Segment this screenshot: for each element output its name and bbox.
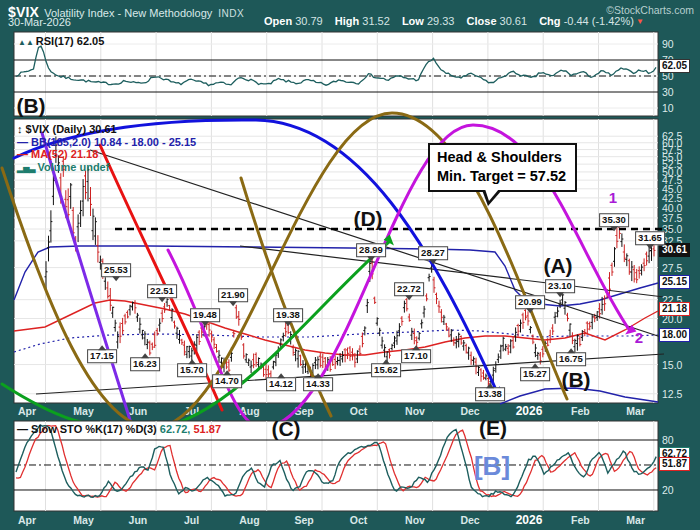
price-label-17.10: 17.10 (401, 349, 431, 363)
head-shoulders-callout: Head & Shoulders Min. Target = 57.52 (428, 143, 577, 192)
down-triangle-icon: ▼ (636, 17, 644, 26)
month-label-upper: Nov (405, 405, 425, 417)
sto-k-value: 62.72, (160, 423, 191, 435)
price-label-23.10: 23.10 (545, 279, 575, 293)
month-label-lower: Jul (184, 514, 199, 526)
price-label-19.38: 19.38 (273, 308, 303, 322)
chg-label: Chg (539, 15, 560, 27)
wave-label-D: (D) (353, 207, 382, 231)
main-legend-volume: ▂▅▃Volume undef (17, 161, 196, 176)
price-axis-box-25.15: 25.15 (659, 275, 690, 289)
month-label-upper: Oct (350, 405, 368, 417)
price-axis-box-30.61: 30.61 (659, 243, 690, 257)
exchange: INDX (218, 8, 244, 19)
open-label: Open (264, 15, 292, 27)
price-label-14.70: 14.70 (212, 374, 242, 388)
close-label: Close (467, 15, 497, 27)
updown-arrow-icon: ↕ (17, 123, 23, 135)
rsi-axis-tick: 90 (662, 38, 674, 50)
month-label-lower: Oct (350, 514, 368, 526)
chart-date: 30-Mar-2026 (8, 16, 71, 28)
month-label-lower: Jun (129, 514, 148, 526)
main-legend: ↕ $VIX (Daily) 30.61 — BB(185,2.0) 10.84… (17, 123, 196, 175)
price-axis-tick: 12.5 (662, 388, 682, 400)
rsi-panel (14, 32, 658, 116)
month-label-upper: Mar (626, 405, 645, 417)
price-label-20.99: 20.99 (515, 295, 545, 309)
wave-label-B: (B) (16, 94, 45, 118)
stockcharts-vix-chart: AprMayJunJulAugSepOctNovDec2026FebMarApr… (0, 0, 700, 530)
price-label-25.53: 25.53 (101, 263, 131, 277)
price-axis-tick: 27.5 (662, 262, 682, 274)
price-label-14.33: 14.33 (303, 377, 333, 391)
month-label-lower: Feb (571, 514, 590, 526)
price-label-15.27: 15.27 (520, 367, 550, 381)
cycle-label-2: 2 (635, 329, 643, 346)
cycle-label-1: 1 (609, 189, 617, 206)
sto-legend: — Slow STO %K(17) %D(3) 62.72, 51.87 (17, 423, 221, 436)
price-label-22.72: 22.72 (394, 282, 424, 296)
month-label-lower: Aug (239, 514, 259, 526)
wave-label-C: (C) (271, 417, 300, 441)
sto-d-box: 51.87 (659, 457, 690, 471)
price-label-13.38: 13.38 (475, 387, 505, 401)
price-label-22.51: 22.51 (147, 284, 177, 298)
month-label-lower: Mar (626, 514, 645, 526)
rsi-axis-tick: 30 (662, 86, 674, 98)
chart-header: $VIXVolatility Index - New MethodologyIN… (0, 0, 700, 29)
sto-d-value: 51.87 (194, 423, 222, 435)
month-label-upper: Apr (18, 405, 36, 417)
month-label-upper: Dec (460, 405, 479, 417)
price-axis-box-21.18: 21.18 (659, 302, 690, 316)
price-label-35.30: 35.30 (599, 213, 629, 227)
month-label-upper: May (73, 405, 94, 417)
callout-line2: Min. Target = 57.52 (437, 167, 566, 186)
price-label-15.62: 15.62 (371, 363, 401, 377)
callout-line1: Head & Shoulders (437, 148, 566, 167)
main-legend-bb: — BB(185,2.0) 10.84 - 18.00 - 25.15 (17, 136, 196, 149)
high-value: 31.52 (362, 15, 390, 27)
month-label-lower: May (73, 514, 94, 526)
main-legend-symbol: ↕ $VIX (Daily) 30.61 (17, 123, 196, 136)
wave-label-B: (B) (561, 368, 590, 392)
rsi-mountain-icon: ▲▲ (18, 38, 34, 47)
price-label-31.65: 31.65 (635, 231, 665, 245)
price-axis-tick: 35.0 (662, 223, 682, 235)
open-value: 30.79 (295, 15, 323, 27)
month-label-lower: 2026 (516, 513, 543, 527)
price-label-16.75: 16.75 (556, 352, 586, 366)
wave-label-A: (A) (543, 254, 572, 278)
price-label-16.23: 16.23 (130, 357, 160, 371)
sto-axis-tick: 20 (662, 484, 674, 496)
price-label-28.27: 28.27 (418, 246, 448, 260)
rsi-axis-tick: 10 (662, 102, 674, 114)
sto-axis-tick: 80 (662, 434, 674, 446)
close-value: 30.61 (500, 15, 528, 27)
rsi-legend: ▲▲RSI(17) 62.05 (18, 35, 104, 50)
month-label-upper: Jun (129, 405, 148, 417)
price-label-17.15: 17.15 (87, 349, 117, 363)
volume-bars-icon: ▂▅▃ (17, 164, 35, 173)
rsi-value-box: 62.05 (659, 59, 690, 73)
price-label-19.48: 19.48 (190, 308, 220, 322)
month-label-lower: Dec (460, 514, 479, 526)
wave-label-E: (E) (479, 416, 507, 440)
month-label-upper: 2026 (516, 404, 543, 418)
low-value: 29.33 (427, 15, 455, 27)
price-axis-tick: 15.0 (662, 359, 682, 371)
price-label-21.90: 21.90 (218, 288, 248, 302)
low-label: Low (402, 15, 424, 27)
month-label-upper: Feb (571, 405, 590, 417)
blue-wave-label-B: [B] (474, 451, 510, 482)
main-legend-ma: — MA(52) 21.18 (17, 148, 196, 161)
price-label-15.70: 15.70 (177, 363, 207, 377)
quote-strip: Open 30.79 High 31.52 Low 29.33 Close 30… (255, 15, 644, 27)
month-label-lower: Nov (405, 514, 425, 526)
price-axis-box-18.00: 18.00 (659, 328, 690, 342)
month-label-lower: Sep (295, 514, 314, 526)
high-label: High (335, 15, 359, 27)
chg-value: -0.44 (-1.42%) (564, 15, 634, 27)
price-label-28.99: 28.99 (356, 243, 386, 257)
month-label-lower: Apr (18, 514, 36, 526)
price-label-14.12: 14.12 (266, 377, 296, 391)
